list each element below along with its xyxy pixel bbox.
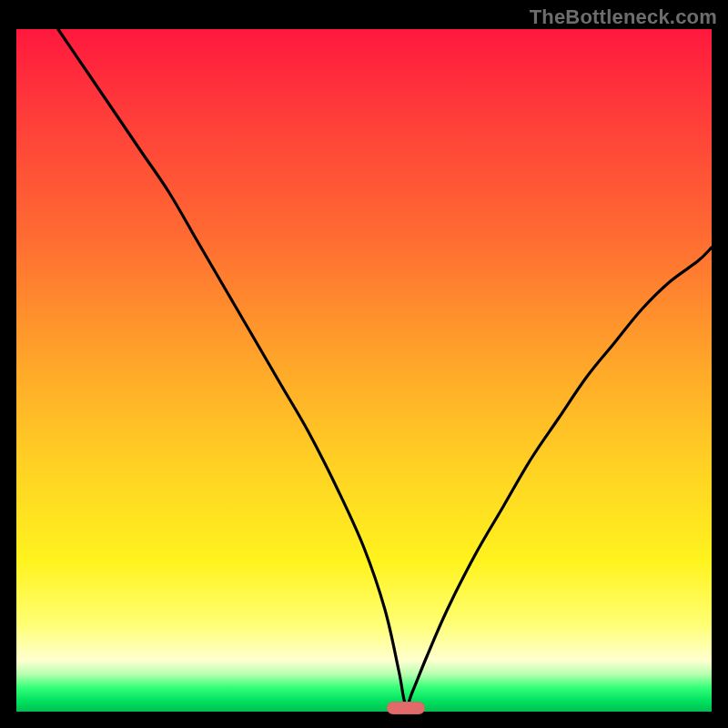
plot-area — [16, 29, 712, 712]
attribution-text: TheBottleneck.com — [530, 5, 717, 29]
optimum-marker — [387, 702, 425, 714]
bottleneck-curve — [16, 29, 712, 712]
curve-path — [58, 29, 712, 705]
chart-frame: TheBottleneck.com — [0, 0, 728, 728]
